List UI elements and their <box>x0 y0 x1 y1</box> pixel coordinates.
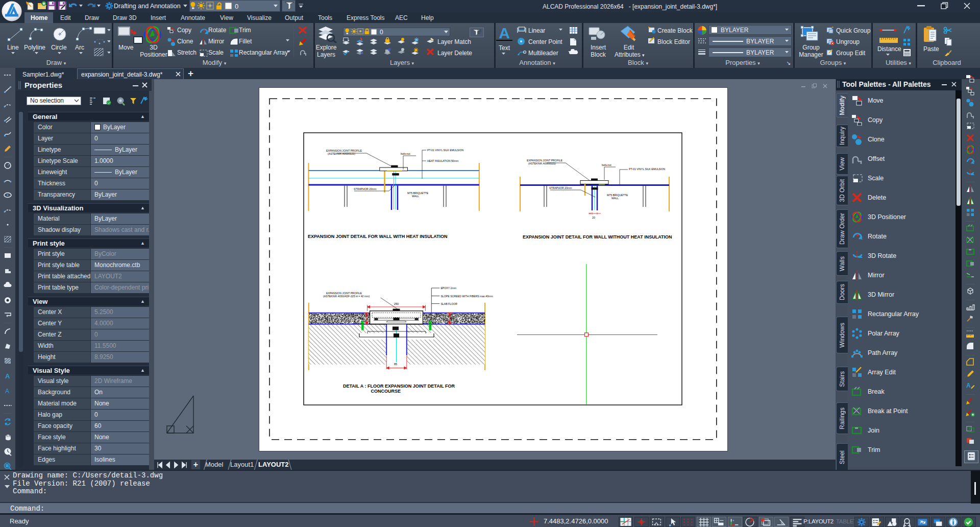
svg-text:WALL: WALL <box>412 195 419 198</box>
svg-text:85: 85 <box>394 363 397 366</box>
svg-text:HEAT INSULATION 50mm: HEAT INSULATION 50mm <box>427 159 458 162</box>
svg-text:WALL: WALL <box>611 197 619 200</box>
svg-text:25: 25 <box>451 317 454 320</box>
svg-text:PT-01 VINYL SILK EMULSION: PT-01 VINYL SILK EMULSION <box>427 149 464 152</box>
svg-text:EPOXY 2mm: EPOXY 2mm <box>440 286 456 290</box>
svg-text:(ASTEKNIK 4030/ADF-225 H = 42: (ASTEKNIK 4030/ADF-225 H = 42 mm) <box>323 295 370 298</box>
svg-text:bolt+nut: bolt+nut <box>401 152 410 155</box>
svg-text:STRAPHOR 20mm: STRAPHOR 20mm <box>549 186 572 189</box>
svg-text:0: 0 <box>235 3 238 10</box>
svg-text:(ASTEKNIK A0000121): (ASTEKNIK A0000121) <box>528 162 556 165</box>
svg-text:A: A <box>5 372 10 380</box>
svg-text:SLOPE SCREED WITH FIBERS max.4: SLOPE SCREED WITH FIBERS max.40mm <box>440 295 493 298</box>
svg-text:250: 250 <box>394 302 399 305</box>
svg-text:DETAIL A : FLOOR EXPANSION JOI: DETAIL A : FLOOR EXPANSION JOINT DETAIL … <box>343 384 455 389</box>
svg-text:(ASTEKNIK A0000121): (ASTEKNIK A0000121) <box>328 152 355 155</box>
svg-text:EXPANSION JOINT DETAIL FOR WAL: EXPANSION JOINT DETAIL FOR WALL WITHOUT … <box>523 234 672 239</box>
svg-text:SLAB FLOOR: SLAB FLOOR <box>440 302 457 305</box>
svg-text:CONCOURSE: CONCOURSE <box>371 389 401 394</box>
svg-text:EXPANSION JOINT DETAIL FOR WA: EXPANSION JOINT DETAIL FOR WALL WITH HEA… <box>308 234 448 239</box>
svg-text:35: 35 <box>360 317 363 320</box>
svg-text:bolt+nut: bolt+nut <box>602 163 611 166</box>
svg-text:20: 20 <box>592 216 595 219</box>
svg-text:A: A <box>5 388 9 395</box>
svg-text:0: 0 <box>380 29 383 36</box>
svg-text:A: A <box>966 382 971 389</box>
svg-text:STRAPHOR 20mm: STRAPHOR 20mm <box>354 187 377 190</box>
svg-text:PT-01 VINYL SILK EMULSION: PT-01 VINYL SILK EMULSION <box>629 167 666 171</box>
